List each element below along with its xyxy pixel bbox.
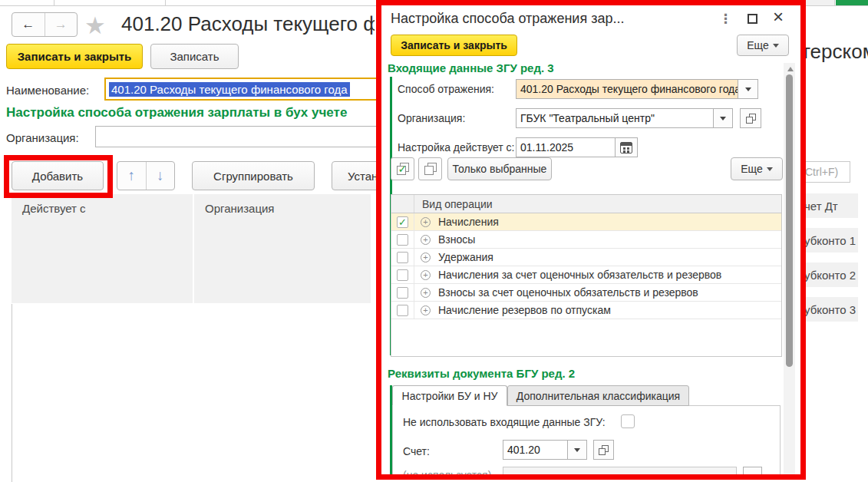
history-nav: ← → — [12, 12, 78, 37]
window-title-fragment: терском — [801, 40, 868, 64]
dialog-content: Настройка способа отражения зар... ⋮ × З… — [381, 5, 800, 474]
account-open-button[interactable] — [593, 440, 614, 460]
row-label: Взносы за счет оценочных обязательств и … — [438, 286, 698, 299]
column-header-subconto1[interactable]: убконто 1 — [804, 228, 858, 253]
strip-divider — [165, 0, 166, 6]
group-button[interactable]: Сгруппировать — [192, 161, 315, 190]
more-label: Еще — [747, 39, 769, 51]
valid-from-input[interactable]: 01.11.2025 — [516, 137, 616, 157]
chevron-down-icon — [720, 117, 726, 121]
ellipsis-button[interactable]: ... — [743, 467, 762, 474]
dialog-scrollbar-thumb[interactable] — [786, 74, 793, 367]
table-row[interactable]: + Взносы за счет оценочных обязательств … — [391, 284, 781, 302]
calendar-button[interactable] — [615, 137, 638, 157]
column-header-subconto2[interactable]: убконто 2 — [804, 262, 858, 287]
kebab-menu-icon[interactable]: ⋮ — [719, 11, 732, 27]
next-field-input-partial[interactable] — [503, 467, 737, 474]
expand-plus-icon[interactable]: + — [421, 235, 431, 245]
dialog-more-button[interactable]: Еще — [737, 35, 789, 56]
table-row[interactable]: + Удержания — [391, 249, 781, 266]
uncheck-all-button[interactable] — [418, 157, 442, 180]
save-button[interactable]: Записать — [150, 44, 239, 69]
chevron-down-icon — [574, 448, 580, 452]
account-input[interactable]: 401.20 — [503, 440, 568, 460]
section-heading: Настройка способа отражения зарплаты в б… — [6, 105, 376, 121]
expand-plus-icon[interactable]: + — [421, 253, 431, 262]
name-input[interactable]: 401.20 Расходы текущего финансового года — [104, 78, 381, 101]
save-and-close-button[interactable]: Записать и закрыть — [6, 44, 143, 69]
favorite-star-icon[interactable]: ★ — [84, 12, 106, 40]
chevron-down-icon — [773, 44, 779, 48]
tab-additional-classification[interactable]: Дополнительная классификация — [507, 385, 689, 406]
more-label: Еще — [741, 163, 763, 175]
row-checkbox[interactable] — [397, 287, 408, 299]
column-header-organization[interactable]: Организация — [194, 194, 371, 303]
table-left-border — [12, 304, 12, 482]
method-label: Способ отражения: — [398, 83, 494, 95]
check-all-icon: ✓ — [397, 163, 409, 175]
document-details-heading: Реквизиты документа БГУ ред. 2 — [388, 367, 575, 380]
org-open-button[interactable] — [740, 108, 761, 128]
ops-more-button[interactable]: Еще — [731, 157, 783, 180]
only-selected-button[interactable]: Только выбранные — [447, 157, 552, 180]
row-checkbox[interactable] — [397, 252, 408, 263]
operations-table-header: Вид операции — [391, 195, 781, 213]
method-dropdown-button[interactable] — [738, 79, 758, 99]
column-header-debit-account[interactable]: чет Дт — [804, 193, 858, 218]
scrollbar-up-icon[interactable] — [787, 67, 794, 71]
move-down-icon[interactable]: ↓ — [147, 162, 175, 190]
checkbox-column-header — [391, 195, 414, 213]
method-input[interactable]: 401.20 Расходы текущего финансового года — [516, 79, 738, 99]
expand-plus-icon[interactable]: + — [421, 288, 431, 298]
dialog-org-input[interactable]: ГБУК "Театральный центр" — [516, 108, 714, 128]
name-input-selected-text: 401.20 Расходы текущего финансового года — [109, 82, 350, 97]
account-label: Счет: — [403, 445, 430, 457]
maximize-icon[interactable] — [748, 14, 757, 24]
org-input[interactable] — [95, 126, 379, 147]
move-buttons: ↑ ↓ — [117, 161, 175, 190]
org-dropdown-button[interactable] — [713, 108, 733, 128]
expand-plus-icon[interactable]: + — [421, 305, 431, 315]
strip-corner — [806, 0, 835, 5]
search-input[interactable]: Ctrl+F) — [804, 161, 850, 183]
row-checkbox[interactable] — [397, 305, 408, 316]
app-root: ← → ★ 401.20 Расходы текущего фина терск… — [0, 0, 868, 482]
row-label: Удержания — [438, 251, 493, 263]
row-checkbox[interactable] — [397, 234, 408, 246]
open-form-icon — [746, 114, 756, 124]
table-row[interactable]: + Начисление резервов по отпускам — [391, 302, 781, 319]
next-field-label-partial: (не используется) — [403, 469, 491, 474]
valid-from-label: Настройка действует с: — [398, 141, 514, 154]
back-arrow-icon[interactable]: ← — [12, 13, 45, 36]
move-up-icon[interactable]: ↑ — [117, 162, 147, 190]
chevron-down-icon — [745, 87, 751, 91]
uncheck-all-icon — [424, 163, 437, 175]
table-row[interactable]: + Начисления за счет оценочных обязатель… — [391, 266, 781, 284]
no-zgu-checkbox[interactable] — [621, 414, 635, 428]
row-checkbox[interactable] — [397, 269, 408, 281]
table-row[interactable]: + Взносы — [391, 231, 781, 249]
annotation-highlight-add-button — [4, 155, 113, 198]
column-header-valid-from[interactable]: Действует с — [12, 194, 193, 303]
row-label: Взносы — [438, 233, 475, 246]
open-form-icon — [599, 445, 609, 455]
check-all-button[interactable]: ✓ — [391, 157, 414, 180]
close-icon[interactable]: × — [773, 6, 784, 28]
expand-plus-icon[interactable]: + — [421, 270, 431, 280]
settings-dialog: Настройка способа отражения зар... ⋮ × З… — [376, 0, 806, 480]
account-dropdown-button[interactable] — [567, 440, 587, 460]
name-field-label: Наименование: — [6, 84, 89, 97]
tab-bu-nu-settings[interactable]: Настройки БУ и НУ — [392, 385, 507, 406]
row-label: Начисления — [438, 216, 499, 228]
expand-plus-icon[interactable]: + — [421, 217, 431, 227]
chevron-down-icon — [767, 167, 773, 171]
dialog-save-and-close-button[interactable]: Записать и закрыть — [391, 35, 517, 56]
table-row[interactable]: + Начисления — [391, 213, 781, 231]
org-field-label: Организация: — [6, 131, 79, 144]
row-checkbox-checked[interactable] — [397, 216, 408, 228]
strip-green-tab — [836, 0, 868, 5]
forward-arrow-icon[interactable]: → — [45, 13, 78, 36]
dialog-org-label: Организация: — [398, 112, 465, 124]
column-header-subconto3[interactable]: убконто 3 — [804, 297, 858, 322]
strip-divider — [54, 0, 54, 6]
